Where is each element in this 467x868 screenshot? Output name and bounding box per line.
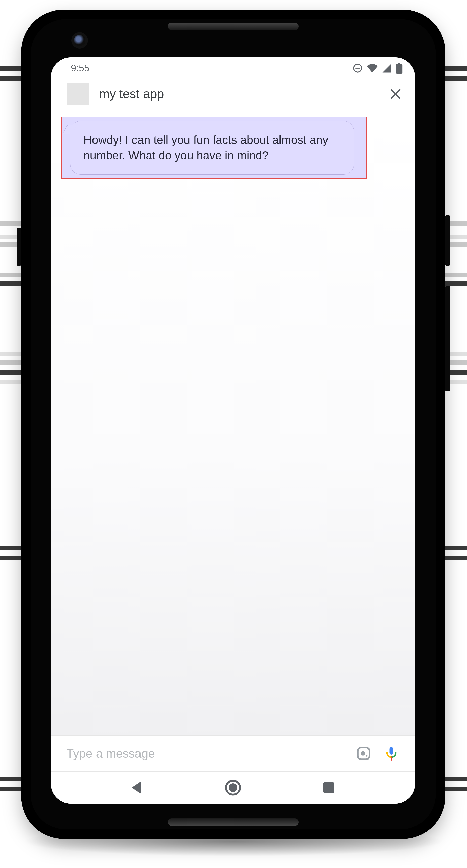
lens-icon — [356, 746, 372, 761]
svg-point-5 — [361, 751, 366, 756]
svg-rect-3 — [398, 63, 400, 64]
close-icon — [388, 87, 403, 101]
android-nav-bar — [51, 771, 415, 804]
conversation-area[interactable]: Howdy! I can tell you fun facts about al… — [51, 109, 415, 735]
battery-icon — [396, 63, 403, 73]
bot-message-text: Howdy! I can tell you fun facts about al… — [83, 133, 328, 162]
speaker-grill — [168, 818, 299, 826]
svg-rect-2 — [396, 64, 402, 73]
screen: 9:55 my test app — [51, 57, 415, 804]
nav-back-icon — [128, 778, 147, 797]
cellular-icon — [382, 63, 392, 73]
front-camera — [74, 35, 85, 46]
nav-home-button[interactable] — [224, 778, 242, 797]
wifi-icon — [367, 62, 378, 74]
volume-button — [445, 286, 450, 391]
silence-switch — [17, 228, 21, 266]
nav-recent-icon — [319, 778, 338, 797]
app-title: my test app — [99, 87, 379, 101]
bot-message-bubble: Howdy! I can tell you fun facts about al… — [70, 121, 354, 175]
earpiece-grill — [168, 23, 299, 30]
input-bar — [51, 735, 415, 771]
phone-frame: 9:55 my test app — [21, 9, 445, 839]
power-button — [445, 216, 450, 266]
lens-button[interactable] — [355, 745, 373, 762]
nav-back-button[interactable] — [128, 778, 147, 797]
status-bar: 9:55 — [51, 57, 415, 79]
mic-icon — [384, 746, 399, 761]
app-header: my test app — [51, 79, 415, 109]
highlighted-region: Howdy! I can tell you fun facts about al… — [61, 117, 367, 179]
svg-rect-11 — [323, 782, 334, 793]
nav-home-icon — [224, 778, 242, 797]
nav-recent-button[interactable] — [319, 778, 338, 797]
status-time: 9:55 — [71, 63, 89, 73]
svg-point-6 — [366, 755, 368, 756]
mic-button[interactable] — [383, 745, 400, 762]
svg-point-10 — [229, 783, 237, 792]
dnd-icon — [352, 63, 363, 73]
app-logo — [67, 83, 89, 105]
svg-rect-7 — [389, 747, 393, 755]
message-input[interactable] — [66, 736, 345, 771]
close-button[interactable] — [388, 87, 403, 101]
